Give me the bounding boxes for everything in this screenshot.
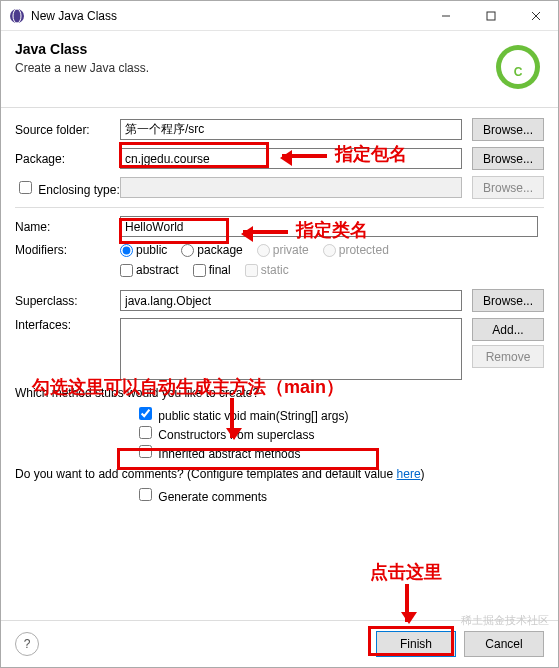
help-button[interactable]: ? <box>15 632 39 656</box>
minimize-button[interactable] <box>423 1 468 30</box>
name-input[interactable] <box>120 216 538 237</box>
class-icon: C <box>492 41 544 93</box>
modifier-checkgroup: abstract final static <box>120 263 289 277</box>
header-subtitle: Create a new Java class. <box>15 61 492 75</box>
dialog-header: Java Class Create a new Java class. C <box>1 31 558 108</box>
package-input[interactable] <box>120 148 462 169</box>
protected-radio: protected <box>323 243 389 257</box>
generate-comments-checkbox[interactable]: Generate comments <box>135 490 267 504</box>
package-label: Package: <box>15 152 120 166</box>
eclipse-icon <box>9 8 25 24</box>
enclosing-type-label[interactable]: Enclosing type: <box>15 178 120 197</box>
interfaces-label: Interfaces: <box>15 318 120 332</box>
interfaces-list[interactable] <box>120 318 462 380</box>
browse-enclosing-button: Browse... <box>472 176 544 199</box>
svg-text:C: C <box>514 65 523 79</box>
modifiers-label: Modifiers: <box>15 243 120 257</box>
browse-superclass-button[interactable]: Browse... <box>472 289 544 312</box>
cancel-button[interactable]: Cancel <box>464 631 544 657</box>
final-checkbox[interactable]: final <box>193 263 231 277</box>
constructors-checkbox[interactable]: Constructors from superclass <box>135 428 314 442</box>
abstract-checkbox[interactable]: abstract <box>120 263 179 277</box>
window-title: New Java Class <box>31 9 423 23</box>
superclass-input[interactable] <box>120 290 462 311</box>
static-checkbox: static <box>245 263 289 277</box>
inherited-checkbox[interactable]: Inherited abstract methods <box>135 447 300 461</box>
source-folder-label: Source folder: <box>15 123 120 137</box>
enclosing-type-checkbox[interactable] <box>19 181 32 194</box>
comments-question: Do you want to add comments? (Configure … <box>15 467 544 481</box>
superclass-label: Superclass: <box>15 294 120 308</box>
maximize-button[interactable] <box>468 1 513 30</box>
svg-point-0 <box>10 9 24 23</box>
close-button[interactable] <box>513 1 558 30</box>
svg-rect-3 <box>487 12 495 20</box>
source-folder-input[interactable] <box>120 119 462 140</box>
public-radio[interactable]: public <box>120 243 167 257</box>
remove-interface-button: Remove <box>472 345 544 368</box>
name-label: Name: <box>15 220 120 234</box>
visibility-radiogroup: public package private protected <box>120 243 389 257</box>
enclosing-type-input <box>120 177 462 198</box>
stubs-question: Which method stubs would you like to cre… <box>15 386 544 400</box>
header-title: Java Class <box>15 41 492 57</box>
configure-link[interactable]: here <box>397 467 421 481</box>
private-radio: private <box>257 243 309 257</box>
add-interface-button[interactable]: Add... <box>472 318 544 341</box>
package-radio[interactable]: package <box>181 243 242 257</box>
browse-source-button[interactable]: Browse... <box>472 118 544 141</box>
titlebar: New Java Class <box>1 1 558 31</box>
main-method-checkbox[interactable]: public static void main(String[] args) <box>135 409 348 423</box>
finish-button[interactable]: Finish <box>376 631 456 657</box>
browse-package-button[interactable]: Browse... <box>472 147 544 170</box>
